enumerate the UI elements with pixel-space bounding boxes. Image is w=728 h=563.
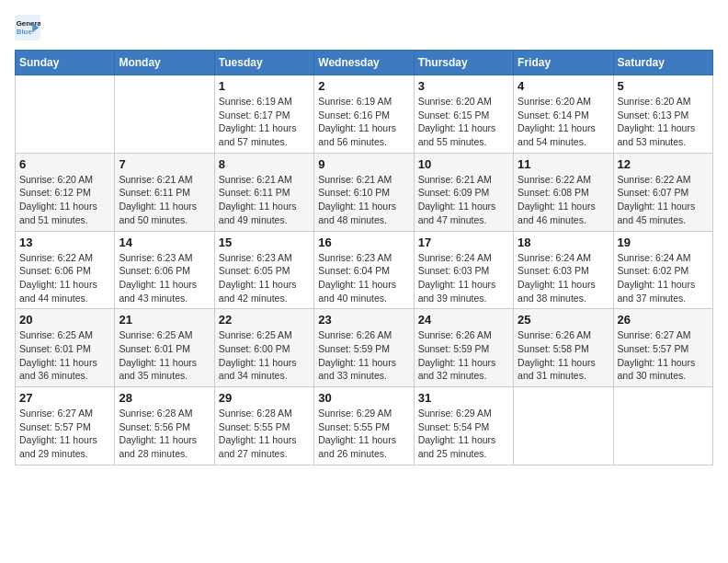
calendar-cell: 20Sunrise: 6:25 AM Sunset: 6:01 PM Dayli…: [16, 309, 115, 387]
day-detail: Sunrise: 6:26 AM Sunset: 5:59 PM Dayligh…: [418, 328, 509, 383]
day-detail: Sunrise: 6:26 AM Sunset: 5:58 PM Dayligh…: [518, 328, 609, 383]
calendar-cell: 5Sunrise: 6:20 AM Sunset: 6:13 PM Daylig…: [613, 75, 712, 154]
day-number: 25: [518, 313, 609, 327]
day-detail: Sunrise: 6:20 AM Sunset: 6:12 PM Dayligh…: [19, 173, 110, 227]
calendar-cell: 3Sunrise: 6:20 AM Sunset: 6:15 PM Daylig…: [414, 75, 513, 154]
calendar-cell: 16Sunrise: 6:23 AM Sunset: 6:04 PM Dayli…: [314, 231, 414, 309]
day-number: 8: [219, 157, 310, 171]
day-number: 22: [219, 313, 310, 327]
calendar-cell: 12Sunrise: 6:22 AM Sunset: 6:07 PM Dayli…: [613, 153, 712, 231]
calendar-cell: 28Sunrise: 6:28 AM Sunset: 5:56 PM Dayli…: [115, 387, 214, 465]
calendar-cell: 26Sunrise: 6:27 AM Sunset: 5:57 PM Dayli…: [613, 309, 712, 387]
day-detail: Sunrise: 6:26 AM Sunset: 5:59 PM Dayligh…: [318, 328, 409, 383]
day-header-sunday: Sunday: [16, 51, 115, 75]
day-header-monday: Monday: [115, 51, 214, 75]
day-number: 9: [318, 157, 409, 171]
calendar-cell: 21Sunrise: 6:25 AM Sunset: 6:01 PM Dayli…: [115, 309, 214, 387]
calendar-cell: 14Sunrise: 6:23 AM Sunset: 6:06 PM Dayli…: [115, 231, 214, 309]
day-number: 20: [19, 313, 110, 327]
calendar-table: SundayMondayTuesdayWednesdayThursdayFrid…: [15, 50, 713, 465]
page-header: General Blue: [15, 15, 713, 40]
calendar-cell: 25Sunrise: 6:26 AM Sunset: 5:58 PM Dayli…: [514, 309, 613, 387]
calendar-week-5: 27Sunrise: 6:27 AM Sunset: 5:57 PM Dayli…: [16, 387, 713, 465]
day-number: 5: [618, 79, 709, 93]
day-detail: Sunrise: 6:29 AM Sunset: 5:55 PM Dayligh…: [318, 407, 409, 461]
day-header-tuesday: Tuesday: [214, 51, 313, 75]
calendar-cell: 30Sunrise: 6:29 AM Sunset: 5:55 PM Dayli…: [314, 387, 414, 465]
logo-icon: General Blue: [15, 15, 40, 40]
day-number: 1: [219, 79, 310, 93]
day-detail: Sunrise: 6:25 AM Sunset: 6:00 PM Dayligh…: [219, 328, 310, 383]
day-detail: Sunrise: 6:21 AM Sunset: 6:11 PM Dayligh…: [119, 173, 210, 227]
day-detail: Sunrise: 6:29 AM Sunset: 5:54 PM Dayligh…: [418, 407, 509, 461]
day-detail: Sunrise: 6:24 AM Sunset: 6:03 PM Dayligh…: [418, 251, 509, 305]
day-detail: Sunrise: 6:20 AM Sunset: 6:14 PM Dayligh…: [518, 95, 609, 149]
calendar-cell: 19Sunrise: 6:24 AM Sunset: 6:02 PM Dayli…: [613, 231, 712, 309]
calendar-cell: [613, 387, 712, 465]
calendar-body: 1Sunrise: 6:19 AM Sunset: 6:17 PM Daylig…: [16, 75, 713, 465]
day-number: 4: [518, 79, 609, 93]
day-detail: Sunrise: 6:24 AM Sunset: 6:02 PM Dayligh…: [618, 251, 709, 305]
day-number: 16: [318, 236, 409, 249]
calendar-cell: [16, 75, 115, 154]
day-detail: Sunrise: 6:28 AM Sunset: 5:55 PM Dayligh…: [219, 407, 310, 461]
day-number: 23: [318, 313, 409, 327]
day-detail: Sunrise: 6:21 AM Sunset: 6:10 PM Dayligh…: [318, 173, 409, 227]
day-header-wednesday: Wednesday: [314, 51, 414, 75]
calendar-cell: 11Sunrise: 6:22 AM Sunset: 6:08 PM Dayli…: [514, 153, 613, 231]
calendar-cell: 4Sunrise: 6:20 AM Sunset: 6:14 PM Daylig…: [514, 75, 613, 154]
calendar-cell: 18Sunrise: 6:24 AM Sunset: 6:03 PM Dayli…: [514, 231, 613, 309]
day-number: 17: [418, 236, 509, 249]
day-number: 10: [418, 157, 509, 171]
day-number: 11: [518, 157, 609, 171]
calendar-week-1: 1Sunrise: 6:19 AM Sunset: 6:17 PM Daylig…: [16, 75, 713, 154]
calendar-cell: 10Sunrise: 6:21 AM Sunset: 6:09 PM Dayli…: [414, 153, 513, 231]
day-header-thursday: Thursday: [414, 51, 513, 75]
day-detail: Sunrise: 6:22 AM Sunset: 6:08 PM Dayligh…: [518, 173, 609, 227]
day-number: 21: [119, 313, 210, 327]
day-detail: Sunrise: 6:19 AM Sunset: 6:17 PM Dayligh…: [219, 95, 310, 149]
calendar-cell: 29Sunrise: 6:28 AM Sunset: 5:55 PM Dayli…: [214, 387, 313, 465]
day-header-friday: Friday: [514, 51, 613, 75]
calendar-cell: 17Sunrise: 6:24 AM Sunset: 6:03 PM Dayli…: [414, 231, 513, 309]
calendar-cell: 22Sunrise: 6:25 AM Sunset: 6:00 PM Dayli…: [214, 309, 313, 387]
day-number: 24: [418, 313, 509, 327]
calendar-cell: 2Sunrise: 6:19 AM Sunset: 6:16 PM Daylig…: [314, 75, 414, 154]
day-detail: Sunrise: 6:28 AM Sunset: 5:56 PM Dayligh…: [119, 407, 210, 461]
day-detail: Sunrise: 6:23 AM Sunset: 6:04 PM Dayligh…: [318, 251, 409, 305]
logo: General Blue: [15, 15, 40, 40]
calendar-cell: 1Sunrise: 6:19 AM Sunset: 6:17 PM Daylig…: [214, 75, 313, 154]
calendar-cell: 31Sunrise: 6:29 AM Sunset: 5:54 PM Dayli…: [414, 387, 513, 465]
calendar-cell: [514, 387, 613, 465]
day-number: 2: [318, 79, 409, 93]
day-number: 30: [318, 391, 409, 405]
day-detail: Sunrise: 6:23 AM Sunset: 6:05 PM Dayligh…: [219, 251, 310, 305]
day-number: 3: [418, 79, 509, 93]
day-number: 18: [518, 236, 609, 249]
day-detail: Sunrise: 6:24 AM Sunset: 6:03 PM Dayligh…: [518, 251, 609, 305]
svg-text:Blue: Blue: [17, 28, 33, 36]
calendar-cell: 15Sunrise: 6:23 AM Sunset: 6:05 PM Dayli…: [214, 231, 313, 309]
day-number: 19: [618, 236, 709, 249]
day-detail: Sunrise: 6:22 AM Sunset: 6:07 PM Dayligh…: [618, 173, 709, 227]
calendar-cell: 24Sunrise: 6:26 AM Sunset: 5:59 PM Dayli…: [414, 309, 513, 387]
calendar-cell: 13Sunrise: 6:22 AM Sunset: 6:06 PM Dayli…: [16, 231, 115, 309]
calendar-cell: 8Sunrise: 6:21 AM Sunset: 6:11 PM Daylig…: [214, 153, 313, 231]
day-number: 27: [19, 391, 110, 405]
day-detail: Sunrise: 6:19 AM Sunset: 6:16 PM Dayligh…: [318, 95, 409, 149]
calendar-week-2: 6Sunrise: 6:20 AM Sunset: 6:12 PM Daylig…: [16, 153, 713, 231]
calendar-cell: 7Sunrise: 6:21 AM Sunset: 6:11 PM Daylig…: [115, 153, 214, 231]
day-number: 7: [119, 157, 210, 171]
day-detail: Sunrise: 6:25 AM Sunset: 6:01 PM Dayligh…: [19, 328, 110, 383]
day-number: 6: [19, 157, 110, 171]
day-detail: Sunrise: 6:27 AM Sunset: 5:57 PM Dayligh…: [618, 328, 709, 383]
day-detail: Sunrise: 6:27 AM Sunset: 5:57 PM Dayligh…: [19, 407, 110, 461]
day-detail: Sunrise: 6:21 AM Sunset: 6:11 PM Dayligh…: [219, 173, 310, 227]
day-detail: Sunrise: 6:20 AM Sunset: 6:13 PM Dayligh…: [618, 95, 709, 149]
calendar-cell: 6Sunrise: 6:20 AM Sunset: 6:12 PM Daylig…: [16, 153, 115, 231]
day-detail: Sunrise: 6:25 AM Sunset: 6:01 PM Dayligh…: [119, 328, 210, 383]
day-number: 26: [618, 313, 709, 327]
day-number: 15: [219, 236, 310, 249]
day-header-saturday: Saturday: [613, 51, 712, 75]
day-number: 28: [119, 391, 210, 405]
